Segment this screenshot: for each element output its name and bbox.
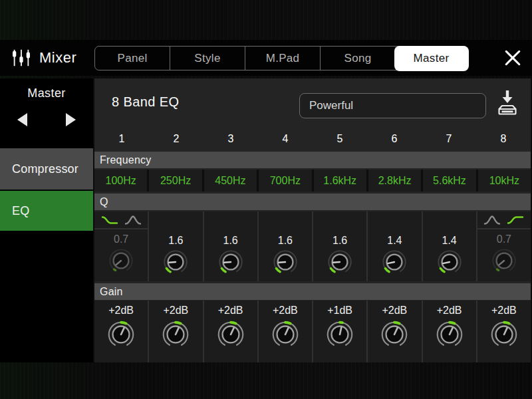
tab-style[interactable]: Style (170, 47, 245, 70)
sidebar-item-eq[interactable]: EQ (0, 191, 93, 231)
gain-band-cell: +2dB (423, 301, 476, 362)
next-arrow-icon[interactable] (66, 113, 76, 126)
frequency-row: 100Hz250Hz450Hz700Hz1.6kHz2.8kHz5.6kHz10… (94, 170, 531, 192)
device-screen: Mixer PanelStyleM.PadSongMaster Master C… (0, 0, 532, 399)
high-shelf-filter-icon[interactable] (507, 215, 524, 225)
band-number: 8 (476, 128, 531, 150)
gain-band-cell: +2dB (149, 301, 202, 362)
gain-band-cell: +2dB (94, 301, 148, 362)
gain-value: +2dB (437, 304, 462, 317)
low-shelf-filter-icon[interactable] (101, 215, 118, 225)
q-value: 0.7 (497, 233, 511, 246)
filter-type-selector[interactable] (477, 211, 531, 229)
section-label: Frequency (100, 154, 151, 166)
q-value: 1.4 (442, 234, 457, 247)
band-number: 2 (149, 128, 203, 150)
q-band-cell: 0.7 (94, 211, 148, 281)
peak-filter-icon[interactable] (483, 215, 501, 225)
band-number: 5 (313, 128, 367, 150)
filter-type-selector[interactable] (94, 211, 148, 229)
frequency-value[interactable]: 1.6kHz (314, 170, 366, 192)
gain-value: +2dB (491, 304, 517, 317)
gain-knob[interactable] (379, 318, 410, 350)
prev-arrow-icon[interactable] (17, 113, 27, 126)
q-knob[interactable] (326, 248, 354, 276)
q-value: 1.6 (278, 234, 293, 247)
q-band-cell: 1.6 (149, 211, 202, 281)
q-knob[interactable] (217, 248, 245, 276)
gain-knob[interactable] (215, 318, 246, 350)
tab-master[interactable]: Master (394, 46, 469, 71)
sidebar-item-compressor[interactable]: Compressor (0, 148, 93, 190)
gain-value: +2dB (382, 304, 407, 317)
q-knob[interactable] (162, 248, 190, 276)
preset-selector[interactable]: Powerful (299, 93, 486, 118)
tab-panel[interactable]: Panel (95, 47, 170, 70)
sidebar-item-label: Compressor (12, 162, 78, 176)
band-number: 1 (94, 128, 149, 150)
frequency-value[interactable]: 2.8kHz (368, 170, 421, 192)
q-knob[interactable] (490, 247, 518, 275)
gain-value: +1dB (327, 304, 352, 317)
close-button[interactable] (503, 49, 523, 67)
band-number: 4 (258, 128, 313, 150)
section-header-q: Q (94, 194, 531, 210)
app-title: Mixer (39, 49, 76, 66)
gain-band-cell: +2dB (368, 301, 421, 362)
tab-song[interactable]: Song (320, 47, 395, 70)
q-knob[interactable] (271, 248, 299, 276)
sidebar: Master Compressor EQ (0, 78, 93, 362)
section-header-frequency: Frequency (94, 152, 531, 168)
q-value: 1.6 (332, 234, 347, 247)
q-band-cell: 1.6 (313, 211, 366, 281)
q-band-cell: 1.6 (259, 211, 312, 281)
frequency-value[interactable]: 10kHz (478, 170, 531, 192)
sidebar-item-label: EQ (12, 204, 29, 218)
app-title-group: Mixer (11, 40, 76, 76)
preset-value: Powerful (309, 99, 353, 112)
gain-knob[interactable] (160, 318, 191, 350)
band-number: 7 (422, 128, 476, 150)
page-title: 8 Band EQ (112, 94, 179, 110)
frequency-value[interactable]: 100Hz (94, 170, 147, 192)
save-button[interactable] (494, 88, 521, 118)
section-header-gain: Gain (94, 283, 531, 300)
q-knob[interactable] (107, 247, 135, 275)
tab-group: PanelStyleM.PadSongMaster (94, 46, 468, 70)
part-selector: Master (0, 78, 93, 147)
q-value: 1.6 (223, 234, 238, 247)
close-icon (504, 49, 521, 66)
gain-band-cell: +1dB (313, 301, 366, 362)
gain-value: +2dB (273, 304, 298, 317)
eq-panel: 8 Band EQ Powerful 12345678 Frequency 10… (94, 78, 531, 362)
gain-band-cell: +2dB (477, 301, 531, 362)
q-band-cell: 1.6 (204, 211, 257, 281)
gain-knob[interactable] (434, 318, 465, 350)
gain-knob[interactable] (270, 318, 301, 350)
frequency-value[interactable]: 5.6kHz (423, 170, 475, 192)
top-bar: Mixer PanelStyleM.PadSongMaster (0, 40, 532, 76)
frequency-value[interactable]: 250Hz (149, 170, 201, 192)
q-value: 1.6 (168, 234, 183, 247)
gain-value: +2dB (163, 304, 188, 317)
part-selector-label: Master (0, 86, 93, 100)
q-value: 0.7 (114, 233, 128, 246)
q-knob[interactable] (380, 248, 408, 276)
band-number: 6 (367, 128, 422, 150)
section-label: Q (100, 196, 108, 208)
gain-knob[interactable] (489, 318, 519, 350)
save-to-disk-icon (495, 89, 519, 117)
frequency-value[interactable]: 450Hz (204, 170, 257, 192)
tab-mpad[interactable]: M.Pad (245, 47, 320, 70)
gain-band-cell: +2dB (204, 301, 257, 362)
q-row: 0.7 1.6 1.6 1.6 (94, 211, 531, 281)
gain-value: +2dB (218, 304, 243, 317)
gain-knob[interactable] (325, 318, 355, 350)
peak-filter-icon[interactable] (124, 215, 142, 225)
q-band-cell: 1.4 (423, 211, 476, 281)
gain-band-cell: +2dB (259, 301, 312, 362)
frequency-value[interactable]: 700Hz (259, 170, 311, 192)
q-knob[interactable] (436, 248, 464, 276)
q-band-cell: 1.4 (368, 211, 421, 281)
gain-knob[interactable] (106, 318, 136, 350)
